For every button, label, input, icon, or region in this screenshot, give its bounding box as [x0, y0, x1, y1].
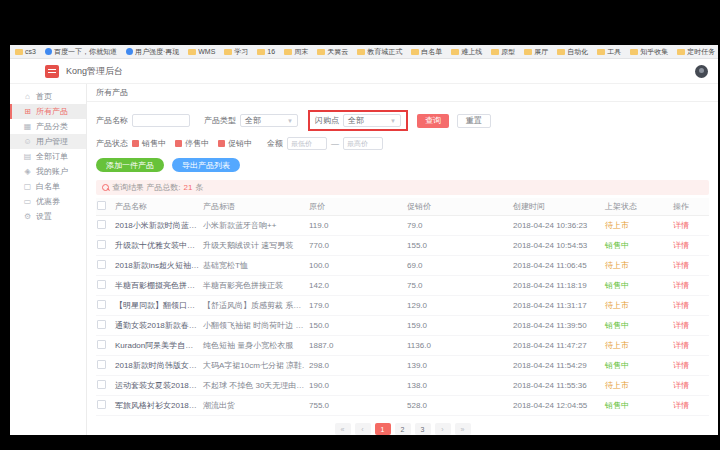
pagination-button[interactable]: 1: [375, 423, 391, 435]
sidebar-item[interactable]: ⊞ 所有产品: [10, 104, 86, 119]
sidebar-item[interactable]: ⌂ 首页: [10, 89, 86, 104]
pagination-button[interactable]: ›: [435, 423, 451, 435]
bookmark-item[interactable]: 天翼云: [317, 47, 348, 57]
checkbox-icon[interactable]: [97, 300, 106, 309]
created-time-cell: 2018-04-24 11:06:45: [512, 256, 604, 276]
checkbox-icon[interactable]: [97, 400, 106, 409]
detail-link[interactable]: 详情: [672, 236, 709, 256]
bookmark-folder-icon: [630, 49, 638, 55]
status-cell: 待上市: [604, 376, 672, 396]
checkbox-icon[interactable]: [97, 240, 106, 249]
pagination-button[interactable]: 2: [395, 423, 411, 435]
detail-link[interactable]: 详情: [672, 296, 709, 316]
status-checkbox-option[interactable]: 停售中: [175, 138, 209, 149]
bookmark-folder-icon: [597, 49, 605, 55]
detail-link[interactable]: 详情: [672, 396, 709, 416]
min-price-input[interactable]: [287, 137, 327, 150]
bookmark-item[interactable]: 用户强度·再现: [126, 47, 179, 57]
pagination-button[interactable]: »: [455, 423, 471, 435]
detail-link[interactable]: 详情: [672, 216, 709, 236]
product-type-select[interactable]: 全部 ▼: [240, 114, 298, 127]
detail-link[interactable]: 详情: [672, 316, 709, 336]
app-window: cs3 百度一下，你就知道 用户强度·再现 WMS 学习 16 周末 天翼云 教…: [10, 45, 718, 435]
checkbox-icon[interactable]: [97, 360, 106, 369]
sidebar-item[interactable]: ▤ 全部订单: [10, 149, 86, 164]
add-product-button[interactable]: 添加一件产品: [96, 158, 164, 172]
bookmark-item[interactable]: 工具: [597, 47, 621, 57]
bookmark-item[interactable]: 16: [257, 48, 275, 55]
search-button[interactable]: 查询: [417, 114, 449, 128]
sidebar-item-label: 设置: [36, 211, 52, 222]
checkbox-icon[interactable]: [97, 340, 106, 349]
filter-panel: 产品名称 产品类型 全部 ▼ 闪购点 全部 ▼ 查询: [87, 102, 718, 195]
sidebar-item-label: 产品分类: [36, 121, 68, 132]
checkbox-icon[interactable]: [97, 260, 106, 269]
user-avatar[interactable]: [695, 65, 708, 78]
col-actions: 操作: [672, 198, 709, 216]
pagination-button[interactable]: «: [335, 423, 351, 435]
pagination-button[interactable]: 3: [415, 423, 431, 435]
detail-link[interactable]: 详情: [672, 356, 709, 376]
sidebar-item[interactable]: ▦ 产品分类: [10, 119, 86, 134]
bookmark-item[interactable]: 知乎收集: [630, 47, 668, 57]
result-count: 21: [183, 183, 192, 192]
checkbox-icon[interactable]: [97, 320, 106, 329]
bookmark-folder-icon: [557, 49, 565, 55]
sidebar-item[interactable]: ◈ 我的账户: [10, 164, 86, 179]
bookmark-item[interactable]: 自动化: [557, 47, 588, 57]
pagination-button[interactable]: ‹: [355, 423, 371, 435]
checkbox-icon[interactable]: [97, 380, 106, 389]
detail-link[interactable]: 详情: [672, 336, 709, 356]
bookmark-item[interactable]: 周末: [284, 47, 308, 57]
product-name-cell: 【明星同款】翻领口袋ins半...: [114, 296, 202, 316]
page-title: 所有产品: [87, 84, 718, 102]
sidebar-item[interactable]: ▭ 优惠券: [10, 194, 86, 209]
checkbox-icon[interactable]: [97, 220, 106, 229]
detail-link[interactable]: 详情: [672, 276, 709, 296]
row-select-cell[interactable]: [96, 296, 114, 316]
detail-link[interactable]: 详情: [672, 256, 709, 276]
row-select-cell[interactable]: [96, 216, 114, 236]
bookmark-item[interactable]: 教育城正式: [357, 47, 402, 57]
status-checkbox-option[interactable]: 促销中: [218, 138, 252, 149]
price-cell: 179.0: [308, 296, 406, 316]
bookmark-item[interactable]: 定时任务: [677, 47, 715, 57]
sidebar-item-label: 所有产品: [36, 106, 68, 117]
bookmark-item[interactable]: 难上线: [451, 47, 482, 57]
row-select-cell[interactable]: [96, 396, 114, 416]
status-cell: 销售中: [604, 236, 672, 256]
bookmark-item[interactable]: 白名单: [411, 47, 442, 57]
sidebar-item[interactable]: ▢ 白名单: [10, 179, 86, 194]
bookmark-folder-icon: [126, 48, 133, 55]
select-all-header[interactable]: [96, 198, 114, 216]
bookmark-item[interactable]: cs3: [15, 48, 36, 55]
range-dash: —: [331, 139, 339, 148]
sidebar-item[interactable]: ☺ 用户管理: [10, 134, 86, 149]
bookmark-folder-icon: [284, 49, 292, 55]
checkbox-icon[interactable]: [97, 280, 106, 289]
status-checkbox-option[interactable]: 销售中: [132, 138, 166, 149]
bookmark-item[interactable]: 展厅: [524, 47, 548, 57]
table-row: 半糖百影棚摄亮色拼接正装女 半糖百影亮色拼接正装 142.0 75.0 2018…: [96, 276, 709, 296]
row-select-cell[interactable]: [96, 276, 114, 296]
bookmark-item[interactable]: 原型: [491, 47, 515, 57]
created-time-cell: 2018-04-24 11:54:29: [512, 356, 604, 376]
row-select-cell[interactable]: [96, 376, 114, 396]
sidebar-item-label: 全部订单: [36, 151, 68, 162]
product-name-input[interactable]: [132, 114, 190, 127]
sidebar-item[interactable]: ⚙ 设置: [10, 209, 86, 224]
export-products-button[interactable]: 导出产品列表: [172, 158, 240, 172]
flash-spot-select[interactable]: 全部 ▼: [343, 114, 401, 127]
bookmark-item[interactable]: 百度一下，你就知道: [45, 47, 117, 57]
row-select-cell[interactable]: [96, 236, 114, 256]
detail-link[interactable]: 详情: [672, 376, 709, 396]
row-select-cell[interactable]: [96, 256, 114, 276]
row-select-cell[interactable]: [96, 356, 114, 376]
reset-button[interactable]: 重置: [457, 114, 491, 128]
bookmark-item[interactable]: WMS: [188, 48, 215, 55]
row-select-cell[interactable]: [96, 316, 114, 336]
bookmark-item[interactable]: 学习: [224, 47, 248, 57]
max-price-input[interactable]: [343, 137, 383, 150]
row-select-cell[interactable]: [96, 336, 114, 356]
checkbox-icon[interactable]: [97, 201, 106, 210]
